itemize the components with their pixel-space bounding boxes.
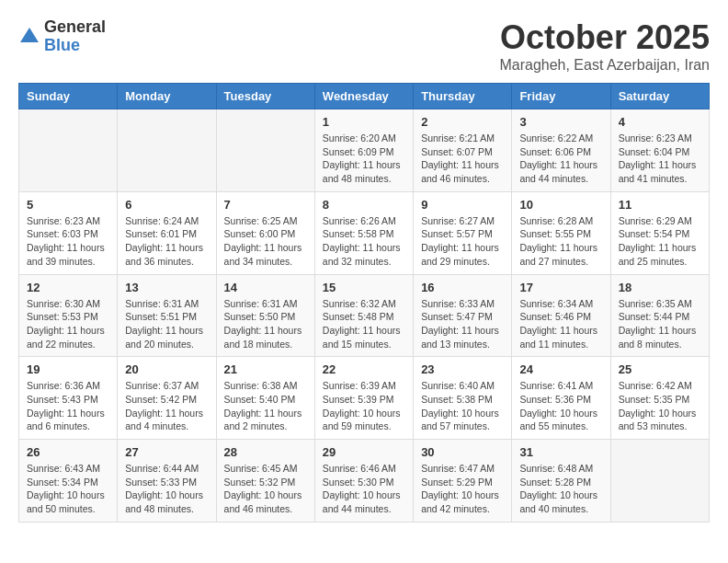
day-number: 4	[619, 115, 701, 129]
day-number: 24	[519, 362, 602, 376]
calendar-header: SundayMondayTuesdayWednesdayThursdayFrid…	[19, 84, 710, 109]
day-number: 16	[421, 281, 504, 294]
day-info: Sunrise: 6:29 AMSunset: 5:54 PMDaylight:…	[619, 214, 701, 269]
month-title: October 2025	[499, 18, 710, 57]
day-number: 29	[323, 445, 405, 459]
day-info: Sunrise: 6:45 AMSunset: 5:32 PMDaylight:…	[224, 462, 307, 516]
day-info: Sunrise: 6:36 AMSunset: 5:43 PMDaylight:…	[27, 379, 109, 433]
weekday-monday: Monday	[118, 84, 216, 109]
calendar-cell: 1Sunrise: 6:20 AMSunset: 6:09 PMDaylight…	[314, 109, 413, 192]
day-info: Sunrise: 6:31 AMSunset: 5:50 PMDaylight:…	[224, 297, 307, 351]
calendar-cell	[19, 109, 118, 192]
day-info: Sunrise: 6:28 AMSunset: 5:55 PMDaylight:…	[519, 214, 602, 269]
calendar-cell: 7Sunrise: 6:25 AMSunset: 6:00 PMDaylight…	[216, 191, 314, 274]
calendar-cell: 6Sunrise: 6:24 AMSunset: 6:01 PMDaylight…	[118, 191, 216, 274]
day-info: Sunrise: 6:38 AMSunset: 5:40 PMDaylight:…	[224, 379, 307, 433]
calendar-cell: 8Sunrise: 6:26 AMSunset: 5:58 PMDaylight…	[314, 191, 413, 274]
day-info: Sunrise: 6:44 AMSunset: 5:33 PMDaylight:…	[125, 462, 208, 516]
calendar-cell	[610, 440, 709, 523]
calendar-cell: 24Sunrise: 6:41 AMSunset: 5:36 PMDayligh…	[512, 357, 610, 440]
calendar-cell: 2Sunrise: 6:21 AMSunset: 6:07 PMDaylight…	[414, 109, 512, 192]
week-row-2: 5Sunrise: 6:23 AMSunset: 6:03 PMDaylight…	[19, 191, 710, 274]
day-number: 17	[519, 281, 602, 294]
weekday-tuesday: Tuesday	[216, 84, 314, 109]
day-info: Sunrise: 6:35 AMSunset: 5:44 PMDaylight:…	[619, 297, 701, 351]
day-number: 15	[323, 281, 405, 294]
day-number: 25	[619, 362, 701, 376]
calendar-cell: 30Sunrise: 6:47 AMSunset: 5:29 PMDayligh…	[414, 440, 512, 523]
logo-text: General Blue	[44, 18, 106, 55]
week-row-3: 12Sunrise: 6:30 AMSunset: 5:53 PMDayligh…	[19, 274, 710, 357]
weekday-wednesday: Wednesday	[314, 84, 413, 109]
day-number: 12	[27, 281, 109, 294]
calendar-cell: 27Sunrise: 6:44 AMSunset: 5:33 PMDayligh…	[118, 440, 216, 523]
day-number: 7	[224, 198, 307, 212]
calendar-cell: 5Sunrise: 6:23 AMSunset: 6:03 PMDaylight…	[19, 191, 118, 274]
day-info: Sunrise: 6:40 AMSunset: 5:38 PMDaylight:…	[421, 379, 504, 433]
day-info: Sunrise: 6:41 AMSunset: 5:36 PMDaylight:…	[519, 379, 602, 433]
logo: General Blue	[18, 18, 106, 55]
logo-general: General	[44, 18, 106, 37]
day-info: Sunrise: 6:21 AMSunset: 6:07 PMDaylight:…	[421, 132, 504, 186]
title-block: October 2025 Maragheh, East Azerbaijan, …	[499, 18, 710, 74]
calendar-cell: 20Sunrise: 6:37 AMSunset: 5:42 PMDayligh…	[118, 357, 216, 440]
calendar-cell: 29Sunrise: 6:46 AMSunset: 5:30 PMDayligh…	[314, 440, 413, 523]
calendar-cell	[216, 109, 314, 192]
day-number: 6	[125, 198, 208, 212]
day-info: Sunrise: 6:25 AMSunset: 6:00 PMDaylight:…	[224, 214, 307, 269]
day-info: Sunrise: 6:32 AMSunset: 5:48 PMDaylight:…	[323, 297, 405, 351]
logo-icon	[18, 26, 40, 48]
calendar-cell: 9Sunrise: 6:27 AMSunset: 5:57 PMDaylight…	[414, 191, 512, 274]
day-number: 30	[421, 445, 504, 459]
calendar-cell: 13Sunrise: 6:31 AMSunset: 5:51 PMDayligh…	[118, 274, 216, 357]
day-info: Sunrise: 6:26 AMSunset: 5:58 PMDaylight:…	[323, 214, 405, 269]
day-number: 20	[125, 362, 208, 376]
day-info: Sunrise: 6:23 AMSunset: 6:04 PMDaylight:…	[619, 132, 701, 186]
calendar-cell: 26Sunrise: 6:43 AMSunset: 5:34 PMDayligh…	[19, 440, 118, 523]
day-number: 1	[323, 115, 405, 129]
calendar-cell: 31Sunrise: 6:48 AMSunset: 5:28 PMDayligh…	[512, 440, 610, 523]
calendar-cell: 14Sunrise: 6:31 AMSunset: 5:50 PMDayligh…	[216, 274, 314, 357]
day-number: 19	[27, 362, 109, 376]
day-number: 26	[27, 445, 109, 459]
weekday-saturday: Saturday	[610, 84, 709, 109]
day-number: 13	[125, 281, 208, 294]
day-number: 10	[519, 198, 602, 212]
day-info: Sunrise: 6:34 AMSunset: 5:46 PMDaylight:…	[519, 297, 602, 351]
weekday-friday: Friday	[512, 84, 610, 109]
day-number: 2	[421, 115, 504, 129]
page-header: General Blue October 2025 Maragheh, East…	[18, 18, 710, 74]
day-number: 11	[619, 198, 701, 212]
day-number: 9	[421, 198, 504, 212]
day-number: 14	[224, 281, 307, 294]
calendar-cell: 4Sunrise: 6:23 AMSunset: 6:04 PMDaylight…	[610, 109, 709, 192]
day-info: Sunrise: 6:47 AMSunset: 5:29 PMDaylight:…	[421, 462, 504, 516]
calendar-cell: 11Sunrise: 6:29 AMSunset: 5:54 PMDayligh…	[610, 191, 709, 274]
calendar-cell: 19Sunrise: 6:36 AMSunset: 5:43 PMDayligh…	[19, 357, 118, 440]
svg-marker-0	[20, 28, 39, 42]
day-info: Sunrise: 6:33 AMSunset: 5:47 PMDaylight:…	[421, 297, 504, 351]
weekday-header-row: SundayMondayTuesdayWednesdayThursdayFrid…	[19, 84, 710, 109]
day-info: Sunrise: 6:48 AMSunset: 5:28 PMDaylight:…	[519, 462, 602, 516]
day-info: Sunrise: 6:23 AMSunset: 6:03 PMDaylight:…	[27, 214, 109, 269]
calendar-cell: 12Sunrise: 6:30 AMSunset: 5:53 PMDayligh…	[19, 274, 118, 357]
day-info: Sunrise: 6:46 AMSunset: 5:30 PMDaylight:…	[323, 462, 405, 516]
calendar-cell: 25Sunrise: 6:42 AMSunset: 5:35 PMDayligh…	[610, 357, 709, 440]
day-info: Sunrise: 6:24 AMSunset: 6:01 PMDaylight:…	[125, 214, 208, 269]
day-number: 31	[519, 445, 602, 459]
calendar-cell: 23Sunrise: 6:40 AMSunset: 5:38 PMDayligh…	[414, 357, 512, 440]
day-number: 22	[323, 362, 405, 376]
day-number: 5	[27, 198, 109, 212]
day-info: Sunrise: 6:30 AMSunset: 5:53 PMDaylight:…	[27, 297, 109, 351]
day-info: Sunrise: 6:42 AMSunset: 5:35 PMDaylight:…	[619, 379, 701, 433]
day-number: 18	[619, 281, 701, 294]
day-number: 3	[519, 115, 602, 129]
day-info: Sunrise: 6:43 AMSunset: 5:34 PMDaylight:…	[27, 462, 109, 516]
calendar-body: 1Sunrise: 6:20 AMSunset: 6:09 PMDaylight…	[19, 109, 710, 523]
calendar-cell: 18Sunrise: 6:35 AMSunset: 5:44 PMDayligh…	[610, 274, 709, 357]
day-info: Sunrise: 6:22 AMSunset: 6:06 PMDaylight:…	[519, 132, 602, 186]
calendar-cell: 17Sunrise: 6:34 AMSunset: 5:46 PMDayligh…	[512, 274, 610, 357]
day-info: Sunrise: 6:27 AMSunset: 5:57 PMDaylight:…	[421, 214, 504, 269]
day-info: Sunrise: 6:39 AMSunset: 5:39 PMDaylight:…	[323, 379, 405, 433]
week-row-4: 19Sunrise: 6:36 AMSunset: 5:43 PMDayligh…	[19, 357, 710, 440]
